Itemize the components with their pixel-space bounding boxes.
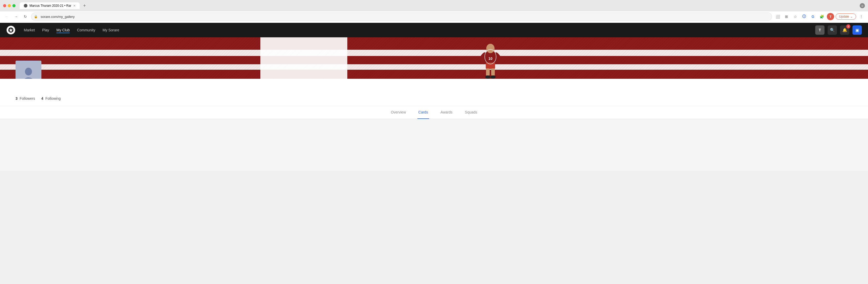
svg-text:10: 10 [489,56,493,61]
main-content [0,119,868,171]
active-tab[interactable]: Marcus Thuram 2020-21 • Rar ✕ [20,2,80,9]
nav-market[interactable]: Market [24,27,35,33]
google-account-button[interactable]: G [809,13,816,20]
nav-my-sorare[interactable]: My Sorare [102,27,119,33]
flag-cross [260,37,347,79]
profile-section: 3 Followers 4 Following [0,79,868,106]
nav-play[interactable]: Play [42,27,49,33]
browser-menu-button[interactable]: ⋮ [858,13,865,20]
sorare-logo[interactable] [6,25,16,35]
following-stat: 4 Following [41,96,61,101]
svg-rect-5 [486,62,495,69]
user-avatar [16,61,41,79]
update-button[interactable]: Update ⌄ [836,13,856,20]
browser-chrome: Marcus Thuram 2020-21 • Rar ✕ + ⊙ ← → ↻ … [0,0,868,23]
followers-stat: 3 Followers [16,96,35,101]
svg-point-12 [25,68,32,76]
page-content: Market Play My Club Community My Sorare … [0,23,868,171]
tab-overview[interactable]: Overview [390,106,407,119]
nav-left: Market Play My Club Community My Sorare [6,25,119,35]
player-figure: 10 [477,41,503,79]
follower-stats: 3 Followers 4 Following [16,96,852,101]
messages-button[interactable]: ▣ [852,25,862,35]
tab-cards[interactable]: Cards [417,106,429,119]
tabs-section: Overview Cards Awards Squads [0,106,868,119]
tab-close-icon[interactable]: ✕ [73,4,75,7]
svg-rect-7 [491,68,495,76]
nav-right: T 🔍 🔔 2 ▣ [815,25,862,35]
svg-point-8 [485,76,490,79]
back-icon: ← [5,15,8,19]
tab-favicon-icon [24,4,27,7]
hero-texture [0,37,868,79]
nav-community[interactable]: Community [77,27,95,33]
info-icon-button[interactable]: ⓘ [801,13,808,20]
close-window-button[interactable] [3,4,6,7]
following-count: 4 [41,96,43,101]
update-chevron-icon: ⌄ [850,15,853,19]
tab-squads[interactable]: Squads [464,106,478,119]
new-tab-button[interactable]: + [81,2,88,9]
address-bar[interactable]: 🔒 sorare.com/my_gallery [31,12,772,21]
tabs-container: Overview Cards Awards Squads [0,106,868,119]
refresh-icon: ↻ [24,15,27,19]
hero-banner: 10 [0,37,868,79]
refresh-button[interactable]: ↻ [22,13,29,20]
notification-badge: 2 [846,24,850,29]
window-control-icon: ⊙ [860,3,865,8]
extensions-button[interactable]: 🧩 [818,13,825,20]
top-navigation: Market Play My Club Community My Sorare … [0,23,868,37]
cast-button[interactable]: ⬜ [774,13,781,20]
tab-title: Marcus Thuram 2020-21 • Rar [30,4,71,7]
traffic-lights [3,4,16,7]
maximize-window-button[interactable] [12,4,16,7]
search-button[interactable]: 🔍 [828,25,837,35]
tab-bar: Marcus Thuram 2020-21 • Rar ✕ + [20,2,858,9]
search-icon: 🔍 [830,28,835,32]
nav-my-club[interactable]: My Club [56,27,70,33]
user-initial-button[interactable]: T [815,25,825,35]
forward-icon: → [14,15,18,19]
browser-controls: ← → ↻ 🔒 sorare.com/my_gallery ⬜ ⊞ ☆ ⓘ G … [0,11,868,23]
svg-point-4 [486,44,495,53]
followers-label: Followers [20,96,35,101]
chat-icon: ▣ [855,28,859,33]
bookmark-button[interactable]: ☆ [792,13,799,20]
update-label: Update [839,15,849,19]
svg-rect-6 [486,68,490,76]
minimize-window-button[interactable] [8,4,11,7]
forward-button[interactable]: → [12,13,20,20]
followers-count: 3 [16,96,18,101]
following-label: Following [45,96,61,101]
browser-toolbar-right: ⬜ ⊞ ☆ ⓘ G 🧩 T Update ⌄ ⋮ [774,13,865,20]
grid-view-button[interactable]: ⊞ [783,13,790,20]
bell-icon: 🔔 [842,28,847,32]
lock-icon: 🔒 [34,15,38,19]
browser-titlebar: Marcus Thuram 2020-21 • Rar ✕ + ⊙ [0,0,868,11]
notifications-button[interactable]: 🔔 2 [840,25,849,35]
browser-profile-button[interactable]: T [827,13,834,20]
nav-links: Market Play My Club Community My Sorare [24,27,119,33]
tab-awards[interactable]: Awards [439,106,454,119]
svg-point-9 [490,76,496,79]
back-button[interactable]: ← [3,13,10,20]
url-text: sorare.com/my_gallery [41,15,75,19]
